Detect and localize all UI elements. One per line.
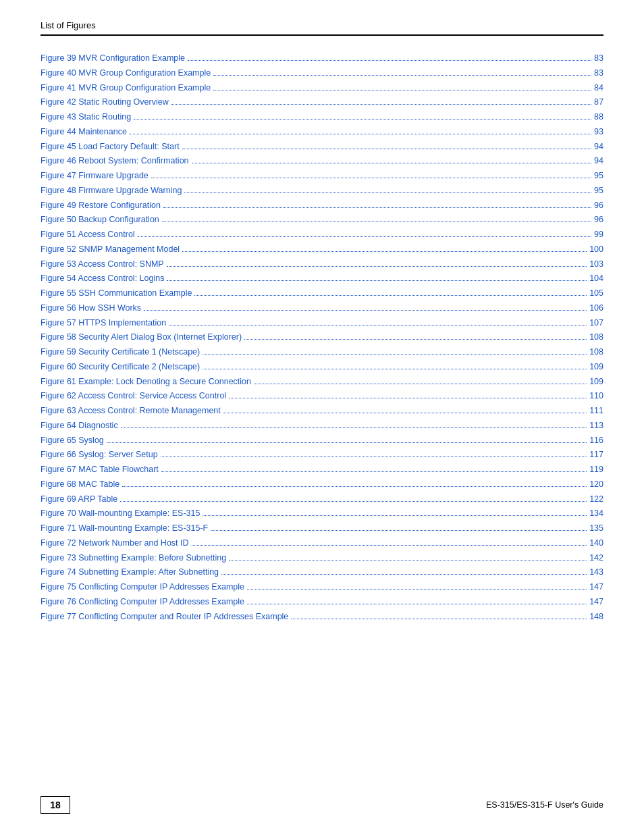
dot-leader [184,192,591,193]
figure-link[interactable]: Figure 46 Reboot System: Confirmation [41,155,189,167]
list-item: Figure 60 Security Certificate 2 (Netsca… [41,361,603,373]
list-item: Figure 76 Conflicting Computer IP Addres… [41,596,603,608]
dot-leader [192,545,587,546]
figure-link[interactable]: Figure 69 ARP Table [41,493,117,506]
dot-leader [194,295,587,296]
figure-link[interactable]: Figure 67 MAC Table Flowchart [41,463,159,476]
list-item: Figure 63 Access Control: Remote Managem… [41,405,603,417]
dot-leader [213,75,591,76]
dot-leader [182,149,591,149]
page-ref: 94 [594,140,603,153]
list-item: Figure 52 SNMP Management Model100 [41,243,603,256]
list-item: Figure 43 Static Routing88 [41,111,603,124]
dot-leader [291,619,587,619]
figure-link[interactable]: Figure 76 Conflicting Computer IP Addres… [41,596,244,608]
dot-leader [167,266,587,267]
page-ref: 93 [594,126,603,138]
list-item: Figure 49 Restore Configuration96 [41,199,603,212]
figure-link[interactable]: Figure 77 Conflicting Computer and Route… [41,610,288,623]
list-item: Figure 72 Network Number and Host ID140 [41,537,603,550]
list-item: Figure 54 Access Control: Logins104 [41,272,603,285]
figure-link[interactable]: Figure 48 Firmware Upgrade Warning [41,184,182,197]
list-item: Figure 71 Wall-mounting Example: ES-315-… [41,522,603,535]
figure-link[interactable]: Figure 66 Syslog: Server Setup [41,448,158,461]
list-item: Figure 39 MVR Configuration Example83 [41,52,603,65]
page-ref: 100 [589,243,603,256]
figure-link[interactable]: Figure 40 MVR Group Configuration Exampl… [41,67,211,80]
figure-link[interactable]: Figure 61 Example: Lock Denoting a Secur… [41,375,251,388]
dot-leader [211,530,587,531]
figure-link[interactable]: Figure 56 How SSH Works [41,302,141,315]
figure-link[interactable]: Figure 63 Access Control: Remote Managem… [41,405,221,417]
figure-link[interactable]: Figure 53 Access Control: SNMP [41,258,164,271]
page-ref: 95 [594,170,603,182]
list-item: Figure 57 HTTPS Implementation107 [41,317,603,330]
figures-list: Figure 39 MVR Configuration Example83Fig… [41,52,603,623]
figure-link[interactable]: Figure 47 Firmware Upgrade [41,170,149,182]
figure-link[interactable]: Figure 72 Network Number and Host ID [41,537,189,550]
page-ref: 117 [589,448,603,461]
guide-title: ES-315/ES-315-F User's Guide [486,800,603,810]
dot-leader [134,119,591,120]
page-footer: 18 ES-315/ES-315-F User's Guide [0,796,644,814]
figure-link[interactable]: Figure 39 MVR Configuration Example [41,52,185,65]
page-ref: 140 [589,537,603,550]
page-ref: 109 [589,361,603,373]
figure-link[interactable]: Figure 41 MVR Group Configuration Exampl… [41,82,211,95]
figure-link[interactable]: Figure 57 HTTPS Implementation [41,317,166,330]
list-item: Figure 69 ARP Table122 [41,493,603,506]
figure-link[interactable]: Figure 65 Syslog [41,434,104,447]
figure-link[interactable]: Figure 43 Static Routing [41,111,131,124]
dot-leader [161,457,587,457]
page-ref: 147 [589,596,603,608]
figure-link[interactable]: Figure 44 Maintenance [41,126,127,138]
page-ref: 83 [594,52,603,65]
figure-link[interactable]: Figure 45 Load Factory Default: Start [41,140,180,153]
figure-link[interactable]: Figure 59 Security Certificate 1 (Netsca… [41,346,200,359]
list-item: Figure 75 Conflicting Computer IP Addres… [41,581,603,594]
figure-link[interactable]: Figure 58 Security Alert Dialog Box (Int… [41,331,242,344]
dot-leader [221,574,587,575]
page-number: 18 [41,796,70,814]
dot-leader [203,369,587,369]
page-ref: 99 [594,228,603,241]
figure-link[interactable]: Figure 52 SNMP Management Model [41,243,180,256]
page-container: List of Figures Figure 39 MVR Configurat… [0,0,644,834]
figure-link[interactable]: Figure 74 Subnetting Example: After Subn… [41,566,219,579]
list-item: Figure 61 Example: Lock Denoting a Secur… [41,375,603,388]
figure-link[interactable]: Figure 51 Access Control [41,228,135,241]
page-ref: 147 [589,581,603,594]
dot-leader [122,486,587,487]
figure-link[interactable]: Figure 71 Wall-mounting Example: ES-315-… [41,522,208,535]
list-item: Figure 73 Subnetting Example: Before Sub… [41,552,603,565]
figure-link[interactable]: Figure 73 Subnetting Example: Before Sub… [41,552,226,565]
list-item: Figure 77 Conflicting Computer and Route… [41,610,603,623]
figure-link[interactable]: Figure 50 Backup Configuration [41,213,159,226]
list-item: Figure 51 Access Control99 [41,228,603,241]
dot-leader [203,354,587,355]
page-ref: 106 [589,302,603,315]
figure-link[interactable]: Figure 54 Access Control: Logins [41,272,164,285]
page-header: List of Figures [41,20,603,36]
page-ref: 108 [589,346,603,359]
figure-link[interactable]: Figure 49 Restore Configuration [41,199,161,212]
page-ref: 134 [589,507,603,520]
dot-leader [229,398,587,398]
list-item: Figure 65 Syslog116 [41,434,603,447]
list-item: Figure 41 MVR Group Configuration Exampl… [41,82,603,95]
dot-leader [107,442,587,443]
figure-link[interactable]: Figure 64 Diagnostic [41,419,118,432]
figure-link[interactable]: Figure 42 Static Routing Overview [41,96,169,109]
page-ref: 103 [589,258,603,271]
figure-link[interactable]: Figure 55 SSH Communication Example [41,287,192,300]
dot-leader [161,471,587,472]
list-item: Figure 66 Syslog: Server Setup117 [41,448,603,461]
page-ref: 88 [594,111,603,124]
figure-link[interactable]: Figure 60 Security Certificate 2 (Netsca… [41,361,200,373]
page-ref: 96 [594,199,603,212]
figure-link[interactable]: Figure 70 Wall-mounting Example: ES-315 [41,507,200,520]
figure-link[interactable]: Figure 62 Access Control: Service Access… [41,390,226,402]
figure-link[interactable]: Figure 75 Conflicting Computer IP Addres… [41,581,244,594]
figure-link[interactable]: Figure 68 MAC Table [41,478,119,491]
list-item: Figure 45 Load Factory Default: Start94 [41,140,603,153]
